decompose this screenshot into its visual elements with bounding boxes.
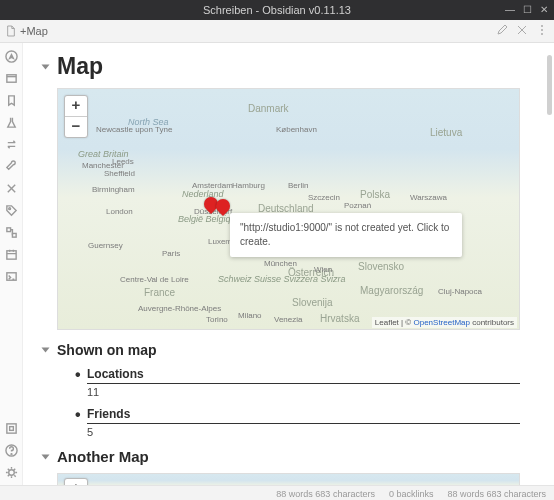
geo-kobenhavn: København [276,125,317,134]
map-main[interactable]: North Sea Danmark København Great Britai… [57,88,520,330]
svg-rect-6 [6,227,10,231]
tab-current[interactable]: +Map [6,25,48,37]
geo-london: London [106,207,133,216]
attrib-osm-link[interactable]: OpenStreetMap [413,318,469,327]
bullet-icon: • [75,406,87,424]
geo-hrvatska: Hrvatska [320,313,359,324]
shown-list: • Locations 11 • Friends 5 [75,366,520,438]
geo-amsterdam: Amsterdam [192,181,233,190]
svg-rect-9 [6,272,15,279]
attrib-leaflet[interactable]: Leaflet [375,318,399,327]
friends-count: 5 [87,426,520,438]
svg-point-0 [541,25,543,27]
geo-milano: Milano [238,311,262,320]
svg-rect-11 [9,426,13,430]
geo-birmingham: Birmingham [92,185,135,194]
minimize-icon[interactable]: — [505,0,515,20]
geo-poznan: Poznań [344,201,371,210]
graph-icon[interactable] [4,225,18,239]
geo-france: France [144,287,175,298]
list-item: • Friends 5 [75,406,520,438]
left-rail [0,43,23,485]
bullet-icon: • [75,366,87,384]
svg-rect-8 [6,250,15,258]
heading-another[interactable]: Another Map [57,448,520,465]
zoom-out-button[interactable]: − [65,117,87,137]
zoom-in-button[interactable]: + [65,96,87,117]
titlebar: Schreiben - Obsidian v0.11.13 — ☐ ✕ [0,0,554,20]
geo-guernsey: Guernsey [88,241,123,250]
vault-icon[interactable] [4,421,18,435]
geo-warszawa: Warszawa [410,193,447,202]
tab-actions [496,24,548,39]
geo-nederland: Nederland [182,189,224,199]
terminal-icon[interactable] [4,269,18,283]
locations-label[interactable]: Locations [87,367,520,384]
geo-venezia: Venezia [274,315,302,324]
edit-icon[interactable] [496,24,508,39]
svg-point-14 [8,469,14,475]
heading-shown[interactable]: Shown on map [57,342,520,358]
geo-centreval: Centre-Val de Loire [120,275,189,284]
popup-text: "http://studio1:9000/" is not created ye… [240,222,449,247]
help-icon[interactable] [4,443,18,457]
gear-icon[interactable] [4,465,18,479]
window-controls: — ☐ ✕ [505,0,548,20]
svg-point-13 [11,453,12,454]
close-window-icon[interactable]: ✕ [540,0,548,20]
zoom-control: + − [64,95,88,138]
calendar-icon[interactable] [4,247,18,261]
geo-hamburg: Hamburg [232,181,265,190]
tab-bar: +Map [0,20,554,43]
svg-point-5 [8,207,10,209]
geo-slovenija: Slovenija [292,297,333,308]
geo-sheffield: Sheffield [104,169,135,178]
geo-slovensko: Slovensko [358,261,404,272]
map-another[interactable]: + − [57,473,520,485]
close-tab-icon[interactable] [516,24,528,39]
list-item: • Locations 11 [75,366,520,398]
svg-point-1 [541,29,543,31]
flask-icon[interactable] [4,115,18,129]
command-icon[interactable] [4,181,18,195]
friends-label[interactable]: Friends [87,407,520,424]
content-pane[interactable]: Map North Sea Danmark København Great Br… [23,43,554,485]
window-title: Schreiben - Obsidian v0.11.13 [203,4,351,16]
geo-magyar: Magyarország [360,285,423,296]
tag-icon[interactable] [4,203,18,217]
svg-point-3 [5,50,16,61]
tab-title: +Map [20,25,48,37]
svg-rect-4 [6,74,15,81]
status-bar: 88 words 683 characters 0 backlinks 88 w… [0,485,554,500]
geo-munchen: München [264,259,297,268]
geo-berlin: Berlin [288,181,308,190]
geo-leeds: Leeds [112,157,134,166]
geo-paris: Paris [162,249,180,258]
zoom-in-button[interactable]: + [65,479,87,485]
zoom-control: + − [64,478,88,485]
main: Map North Sea Danmark København Great Br… [0,43,554,485]
geo-polska: Polska [360,189,390,200]
switch-icon[interactable] [4,137,18,151]
heading-map[interactable]: Map [57,53,520,80]
status-wordcount-right: 88 words 683 characters [447,489,546,499]
maximize-icon[interactable]: ☐ [523,0,532,20]
geo-lietuva: Lietuva [430,127,462,138]
geo-napoca: Cluj-Napoca [438,287,482,296]
wrench-icon[interactable] [4,159,18,173]
svg-point-2 [541,33,543,35]
geo-szczecin: Szczecin [308,193,340,202]
compass-icon[interactable] [4,49,18,63]
geo-wien: Wien [314,265,332,274]
svg-rect-10 [6,423,15,432]
geo-auvergne: Auvergne-Rhône-Alpes [138,305,221,313]
map-attribution: Leaflet | © OpenStreetMap contributors [372,317,517,328]
geo-torino: Torino [206,315,228,324]
open-icon[interactable] [4,71,18,85]
more-icon[interactable] [536,24,548,39]
status-backlinks[interactable]: 0 backlinks [389,489,434,499]
map-popup[interactable]: "http://studio1:9000/" is not created ye… [230,213,462,257]
locations-count: 11 [87,386,520,398]
bookmark-icon[interactable] [4,93,18,107]
document-icon [6,25,16,37]
